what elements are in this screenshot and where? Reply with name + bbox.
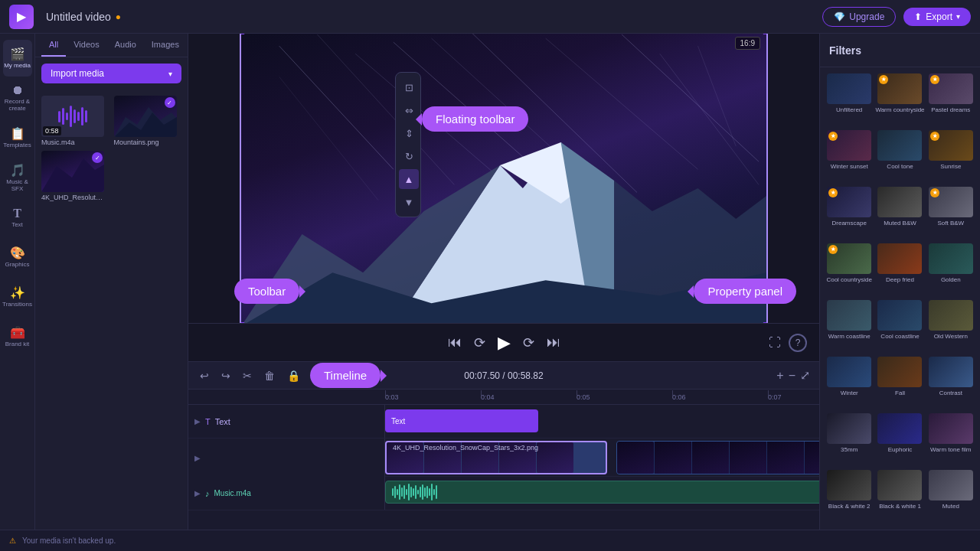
video-clip-right[interactable] [616,441,819,474]
upgrade-gem-icon: 💎 [834,11,845,22]
filter-item-unfiltered[interactable]: Unfiltered [826,73,872,127]
export-button[interactable]: ⬆ Export ▾ [903,8,971,26]
preview-flip-v-btn[interactable]: ⇕ [399,123,419,143]
video-track-content: 4K_UHD_Resolution_SnowCap_Stars_3x2.png [385,439,819,477]
filter-thumb-black-white-2 [827,470,871,500]
filter-item-warm-tone-film[interactable]: Warm tone film [928,413,974,467]
filter-item-warm-countryside[interactable]: ★ Warm countryside [875,73,924,127]
waveform-bar [81,107,83,126]
filter-item-winter[interactable]: Winter [826,357,872,410]
filter-item-black-white-2[interactable]: Black & white 2 [826,470,872,523]
preview-adjust-btn[interactable]: ▲ [399,169,419,189]
text-clip-label: Text [391,417,405,425]
filter-thumb-sunrise: ★ [929,130,973,161]
cut-button[interactable]: ✂ [240,367,254,384]
preview-rotate-btn[interactable]: ↻ [399,146,419,166]
audio-waveform [392,484,819,500]
top-bar-actions: 💎 Upgrade ⬆ Export ▾ [822,7,971,27]
filter-item-euphoric[interactable]: Euphoric [875,413,924,467]
tab-audio[interactable]: Audio [107,34,144,57]
preview-more-btn[interactable]: ▼ [399,192,419,212]
filter-item-deep-fried[interactable]: Deep fried [875,243,924,297]
help-button[interactable]: ? [789,334,807,352]
zoom-in-button[interactable]: + [776,369,783,383]
fast-forward-button[interactable]: ⟳ [523,334,534,351]
filter-item-muted-bw[interactable]: Muted B&W [875,187,924,240]
sidebar-item-brand-kit[interactable]: 🧰 Brand kit [3,318,32,355]
track-label-video: ▶ [188,439,385,477]
zoom-out-button[interactable]: − [789,369,795,383]
filter-item-contrast[interactable]: Contrast [928,357,974,410]
waveform-bar [85,110,87,122]
sidebar-item-transitions[interactable]: ✨ Transitions [3,279,32,315]
undo-button[interactable]: ↩ [198,367,211,384]
filter-label-muted: Muted [942,503,959,510]
filter-item-sunrise[interactable]: ★ Sunrise [928,130,974,184]
filter-item-soft-bw[interactable]: ★ Soft B&W [928,187,974,240]
filter-label-35mm: 35mm [841,446,858,453]
text-clip[interactable]: Text [385,409,538,432]
filter-item-muted[interactable]: Muted [928,470,974,523]
filter-item-golden[interactable]: Golden [928,243,974,297]
filter-item-pastel-dreams[interactable]: ★ Pastel dreams [928,73,974,127]
music-sfx-icon: 🎵 [10,163,25,178]
media-item-mountains[interactable]: ✓ Mountains.png [114,96,182,146]
video-label: 4K_UHD_Resolutio... [41,194,104,201]
audio-clip[interactable] [385,481,819,504]
skip-to-end-button[interactable]: ⏭ [547,334,560,350]
filter-item-dreamscape[interactable]: ★ Dreamscape [826,187,872,240]
filter-label-winter: Winter [841,390,858,396]
sidebar-item-graphics[interactable]: 🎨 Graphics [3,239,32,276]
sidebar-item-music-sfx[interactable]: 🎵 Music & SFX [3,159,32,196]
rewind-button[interactable]: ⟳ [474,334,485,351]
video-thumb-mini [730,442,766,474]
filter-item-cool-coastline[interactable]: Cool coastline [875,300,924,354]
preview-floating-toolbar: ⊡ ⇔ ⇕ ↻ ▲ ▼ [395,72,421,217]
fit-timeline-button[interactable]: ⤢ [800,368,810,383]
fullscreen-button[interactable]: ⛶ [769,336,781,350]
timeline-time-display: 00:07.50 / 00:58.82 [464,370,543,381]
ruler-marks: 0:03 0:04 0:05 0:06 0:07 0:08 [385,393,819,401]
delete-button[interactable]: 🗑 [262,367,277,384]
filter-label-cool-countryside: Cool countryside [826,276,872,283]
media-item-music[interactable]: 0:58 Music.m4a [41,96,109,146]
waveform-bar [406,489,407,495]
filter-item-35mm[interactable]: 35mm [826,413,872,467]
waveform-bar [424,487,426,497]
filter-label-black-white-1: Black & white 1 [879,503,921,510]
track-type-icon: T [205,417,211,426]
resize-handle-tr[interactable] [763,34,768,34]
sidebar-item-label-transitions: Transitions [2,302,32,308]
tab-videos[interactable]: Videos [66,34,106,57]
sidebar-item-record-create[interactable]: ⏺ Record & create [3,80,32,116]
lock-button[interactable]: 🔒 [285,367,302,384]
filter-item-fall[interactable]: Fall [875,357,924,410]
sidebar-item-templates[interactable]: 📋 Templates [3,119,32,156]
import-caret-icon: ▾ [168,70,172,78]
sidebar-item-text[interactable]: T Text [3,199,32,236]
play-button[interactable]: ▶ [498,333,511,353]
filter-item-cool-tone[interactable]: Cool tone [875,130,924,184]
timeline-content: 0:03 0:04 0:05 0:06 0:07 0:08 [188,390,819,530]
redo-button[interactable]: ↪ [219,367,233,384]
media-item-4k-video[interactable]: ✓ 4K_UHD_Resolutio... [41,151,109,201]
skip-to-start-button[interactable]: ⏮ [448,334,462,350]
video-clip-left[interactable]: 4K_UHD_Resolution_SnowCap_Stars_3x2.png [385,441,607,474]
toolbar-label: Toolbar [234,279,299,304]
filter-item-cool-countryside[interactable]: ★ Cool countryside [826,243,872,297]
tab-all[interactable]: All [41,34,66,57]
sidebar-item-my-media[interactable]: 🎬 My media [3,40,32,77]
filter-item-old-western[interactable]: Old Western [928,300,974,354]
media-panel: All Videos Audio Images Import media ▾ [35,34,188,530]
upgrade-button[interactable]: 💎 Upgrade [822,7,896,27]
waveform-bar [422,484,423,500]
waveform-bar [436,485,437,499]
filter-thumb-deep-fried [877,243,922,274]
record-create-icon: ⏺ [11,83,24,97]
tab-images[interactable]: Images [144,34,187,57]
filter-item-warm-coastline[interactable]: Warm coastline [826,300,872,354]
preview-crop-btn[interactable]: ⊡ [399,77,419,97]
filter-item-black-white-1[interactable]: Black & white 1 [875,470,924,523]
import-media-button[interactable]: Import media ▾ [41,64,181,83]
filter-item-winter-sunset[interactable]: ★ Winter sunset [826,130,872,184]
